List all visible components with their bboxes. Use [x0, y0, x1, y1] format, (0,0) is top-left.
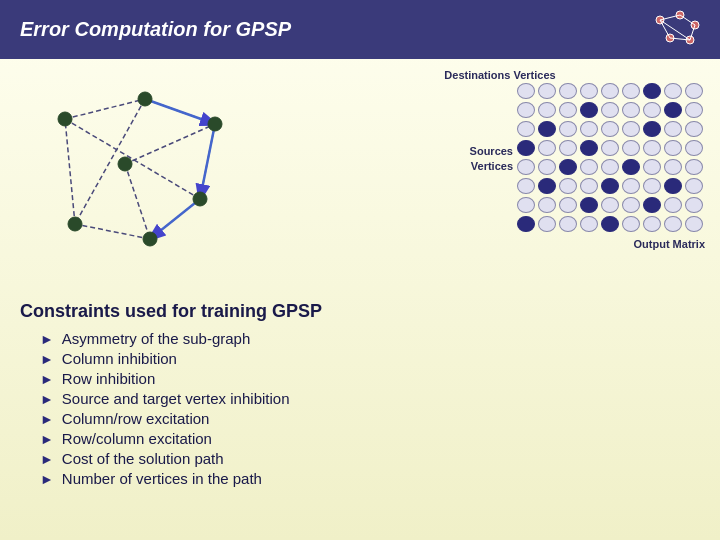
matrix-cell — [538, 216, 556, 232]
constraint-text: Number of vertices in the path — [62, 470, 262, 487]
matrix-cell — [622, 197, 640, 213]
output-label: Output Matrix — [634, 238, 706, 250]
matrix-cell — [664, 159, 682, 175]
matrix-cell — [559, 140, 577, 156]
matrix-cell — [664, 197, 682, 213]
svg-line-22 — [125, 164, 150, 239]
constraint-text: Column inhibition — [62, 350, 177, 367]
matrix-cell — [559, 102, 577, 118]
svg-line-17 — [75, 224, 150, 239]
matrix-cell — [685, 102, 703, 118]
matrix-cell — [601, 216, 619, 232]
matrix-cell — [517, 197, 535, 213]
page-title: Error Computation for GPSP — [20, 18, 291, 41]
matrix-cell — [685, 83, 703, 99]
svg-line-6 — [680, 15, 695, 25]
matrix-cell — [580, 102, 598, 118]
matrix-cell — [685, 178, 703, 194]
matrix-cell — [580, 216, 598, 232]
bullet-icon: ► — [40, 471, 54, 487]
list-item: ►Asymmetry of the sub-graph — [40, 330, 700, 347]
matrix-cell — [601, 83, 619, 99]
bullet-icon: ► — [40, 451, 54, 467]
matrix-cell — [559, 178, 577, 194]
list-item: ►Column/row excitation — [40, 410, 700, 427]
matrix-cell — [685, 216, 703, 232]
matrix-cell — [538, 102, 556, 118]
svg-point-29 — [193, 192, 207, 206]
graph-area — [15, 69, 295, 283]
matrix-cell — [517, 121, 535, 137]
constraint-text: Cost of the solution path — [62, 450, 224, 467]
bullet-icon: ► — [40, 391, 54, 407]
matrix-cell — [685, 159, 703, 175]
matrix-cell — [580, 121, 598, 137]
matrix-cell — [601, 159, 619, 175]
matrix-cell — [517, 216, 535, 232]
matrix-cell — [580, 159, 598, 175]
matrix-cell — [580, 178, 598, 194]
svg-point-26 — [58, 112, 72, 126]
matrix-cell — [538, 83, 556, 99]
svg-line-20 — [75, 99, 145, 224]
matrix-cell — [664, 83, 682, 99]
svg-line-10 — [660, 20, 690, 40]
bullet-icon: ► — [40, 411, 54, 427]
svg-point-27 — [138, 92, 152, 106]
matrix-cell — [559, 83, 577, 99]
constraints-title: Constraints used for training GPSP — [20, 301, 700, 322]
matrix-cell — [538, 178, 556, 194]
matrix-cell — [517, 140, 535, 156]
svg-line-21 — [125, 124, 215, 164]
matrix-cell — [622, 140, 640, 156]
matrix-cell — [601, 178, 619, 194]
matrix-cell — [643, 102, 661, 118]
bullet-icon: ► — [40, 351, 54, 367]
matrix-cell — [685, 121, 703, 137]
matrix-cell — [580, 140, 598, 156]
matrix-cell — [622, 178, 640, 194]
matrix-cell — [664, 102, 682, 118]
matrix-cell — [538, 197, 556, 213]
matrix-cell — [559, 121, 577, 137]
matrix-cell — [559, 216, 577, 232]
matrix-wrapper — [517, 83, 705, 234]
bullet-icon: ► — [40, 331, 54, 347]
matrix-cell — [664, 121, 682, 137]
constraint-text: Row/column excitation — [62, 430, 212, 447]
svg-line-13 — [65, 99, 145, 119]
list-item: ►Cost of the solution path — [40, 450, 700, 467]
svg-point-32 — [118, 157, 132, 171]
constraint-text: Column/row excitation — [62, 410, 210, 427]
graph-svg — [15, 69, 285, 279]
content-area: Destinations Vertices SourcesVertices Ou… — [0, 59, 720, 293]
matrix-area: Destinations Vertices SourcesVertices Ou… — [305, 69, 705, 283]
matrix-cell — [580, 83, 598, 99]
matrix-cell — [517, 159, 535, 175]
matrix-cell — [643, 121, 661, 137]
list-item: ►Source and target vertex inhibition — [40, 390, 700, 407]
matrix-cell — [664, 178, 682, 194]
title-bar: Error Computation for GPSP — [0, 0, 720, 59]
bullet-icon: ► — [40, 431, 54, 447]
matrix-grid — [517, 83, 705, 234]
matrix-cell — [580, 197, 598, 213]
matrix-cell — [517, 102, 535, 118]
matrix-cell — [664, 140, 682, 156]
matrix-cell — [622, 102, 640, 118]
constraints-list: ►Asymmetry of the sub-graph►Column inhib… — [20, 330, 700, 487]
matrix-cell — [601, 121, 619, 137]
constraint-text: Source and target vertex inhibition — [62, 390, 290, 407]
constraints-section: Constraints used for training GPSP ►Asym… — [0, 293, 720, 495]
matrix-cell — [643, 140, 661, 156]
svg-point-30 — [143, 232, 157, 246]
matrix-row-area: SourcesVertices — [470, 83, 705, 234]
svg-line-9 — [660, 20, 670, 38]
matrix-cell — [559, 197, 577, 213]
matrix-cell — [622, 121, 640, 137]
matrix-cell — [517, 178, 535, 194]
svg-line-23 — [145, 99, 215, 124]
matrix-cell — [517, 83, 535, 99]
matrix-cell — [643, 83, 661, 99]
matrix-cell — [664, 216, 682, 232]
